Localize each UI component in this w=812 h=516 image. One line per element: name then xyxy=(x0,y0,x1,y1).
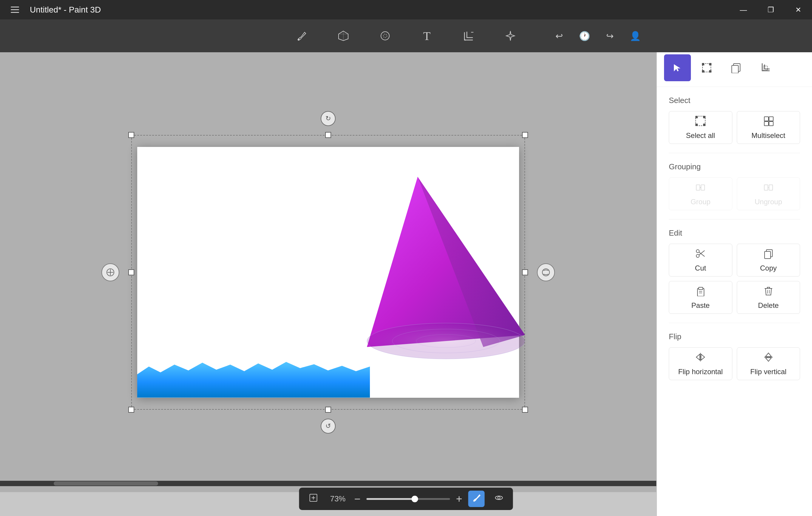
group-icon xyxy=(695,182,706,195)
paint-mode-button[interactable] xyxy=(468,491,485,507)
svg-rect-21 xyxy=(695,116,698,118)
svg-rect-28 xyxy=(769,121,773,126)
panel-tool-selection-box[interactable] xyxy=(693,54,720,81)
svg-rect-30 xyxy=(701,185,705,190)
rotate-handle-top[interactable]: ↻ xyxy=(321,111,336,126)
svg-point-33 xyxy=(696,254,699,257)
horizontal-scrollbar[interactable] xyxy=(0,481,656,486)
text-icon: T xyxy=(423,29,431,43)
flip-section-title: Flip xyxy=(669,332,800,341)
grouping-section: Grouping Group xyxy=(657,153,812,219)
panel-tool-copy-item[interactable] xyxy=(723,54,749,81)
delete-button[interactable]: Delete xyxy=(737,281,800,314)
redo-button[interactable]: ↪ xyxy=(600,26,619,46)
svg-rect-13 xyxy=(702,63,704,65)
move-handle[interactable] xyxy=(102,263,119,281)
handle-bottom-center[interactable] xyxy=(325,407,331,413)
right-panel: 3D objects xyxy=(657,20,812,516)
panel-tool-crop-selection[interactable] xyxy=(752,54,779,81)
handle-bottom-left[interactable] xyxy=(128,407,134,413)
cut-button[interactable]: Cut xyxy=(669,244,732,276)
flip-horizontal-button[interactable]: Flip horizontal xyxy=(669,347,732,380)
svg-rect-14 xyxy=(709,63,712,65)
handle-mid-left[interactable] xyxy=(128,269,134,275)
tool-brushes[interactable] xyxy=(290,24,314,48)
flip-horizontal-label: Flip horizontal xyxy=(678,368,723,376)
svg-point-11 xyxy=(498,496,500,499)
grouping-buttons: Group Ungroup xyxy=(669,178,800,210)
tool-text[interactable]: T xyxy=(415,24,439,48)
group-label: Group xyxy=(691,198,710,206)
svg-point-7 xyxy=(107,269,114,276)
copy-label: Copy xyxy=(760,264,777,272)
group-button: Group xyxy=(669,178,732,210)
close-button[interactable]: ✕ xyxy=(785,0,812,20)
svg-point-2 xyxy=(383,34,387,37)
hamburger-btn[interactable] xyxy=(6,1,24,19)
zoom-slider-track[interactable] xyxy=(367,498,450,500)
select-section: Select Select all xyxy=(657,87,812,153)
undo-button[interactable]: ↩ xyxy=(550,26,569,46)
edit-section-title: Edit xyxy=(669,228,800,238)
handle-top-left[interactable] xyxy=(128,132,134,138)
flip-section: Flip Flip horizontal xyxy=(657,323,812,389)
copy-button[interactable]: Copy xyxy=(737,244,800,276)
cut-label: Cut xyxy=(695,264,706,272)
rotate3d-handle[interactable] xyxy=(537,263,555,281)
cone-3d-object xyxy=(358,162,537,371)
handle-bottom-right[interactable] xyxy=(522,407,528,413)
svg-rect-23 xyxy=(695,124,698,126)
tool-2d-shapes[interactable] xyxy=(373,24,397,48)
handle-top-center[interactable] xyxy=(325,132,331,138)
panel-tool-select[interactable] xyxy=(664,54,691,81)
titlebar: Untitled* - Paint 3D — ❐ ✕ xyxy=(0,0,812,20)
svg-rect-19 xyxy=(763,66,767,70)
edit-section: Edit Cut Copy xyxy=(657,219,812,323)
paste-button[interactable]: Paste xyxy=(669,281,732,314)
zoom-in-button[interactable]: + xyxy=(456,494,462,504)
tool-crop[interactable] xyxy=(457,24,481,48)
svg-rect-29 xyxy=(696,185,700,190)
view-mode-button[interactable] xyxy=(491,491,507,507)
tool-effects[interactable] xyxy=(498,24,522,48)
svg-rect-25 xyxy=(764,117,768,121)
rotate-handle-bottom[interactable]: ↺ xyxy=(321,419,336,434)
svg-point-3 xyxy=(367,323,525,359)
multiselect-icon xyxy=(763,115,774,129)
svg-rect-38 xyxy=(699,287,703,290)
flip-buttons: Flip horizontal Flip vertical xyxy=(669,347,800,380)
svg-rect-18 xyxy=(732,65,738,73)
zoom-bar: 73% − + xyxy=(299,488,513,510)
scrollbar-thumb[interactable] xyxy=(54,481,158,486)
ungroup-button: Ungroup xyxy=(737,178,800,210)
fit-to-window-button[interactable] xyxy=(305,491,321,507)
paste-label: Paste xyxy=(692,301,710,310)
blue-waves-decoration xyxy=(137,359,370,398)
handle-top-right[interactable] xyxy=(522,132,528,138)
multiselect-label: Multiselect xyxy=(751,131,785,140)
select-all-button[interactable]: Select all xyxy=(669,111,732,144)
profile-button[interactable]: 👤 xyxy=(626,26,645,46)
zoom-slider-thumb[interactable] xyxy=(412,496,418,502)
main-toolbar: T ↩ 🕐 ↪ 👤 xyxy=(0,20,812,52)
svg-rect-15 xyxy=(702,70,704,73)
history-button[interactable]: 🕐 xyxy=(575,26,594,46)
flip-vertical-icon xyxy=(763,352,774,365)
multiselect-button[interactable]: Multiselect xyxy=(737,111,800,144)
svg-rect-24 xyxy=(703,124,705,126)
flip-vertical-button[interactable]: Flip vertical xyxy=(737,347,800,380)
svg-rect-16 xyxy=(709,70,712,73)
svg-point-8 xyxy=(542,269,550,276)
zoom-slider-fill xyxy=(367,498,415,500)
select-buttons: Select all Multiselect xyxy=(669,111,800,144)
maximize-button[interactable]: ❐ xyxy=(757,0,785,20)
zoom-out-button[interactable]: − xyxy=(354,494,360,504)
paste-icon xyxy=(695,286,706,299)
delete-label: Delete xyxy=(758,301,779,310)
window-controls: — ❐ ✕ xyxy=(730,0,812,20)
ungroup-label: Ungroup xyxy=(755,198,782,206)
flip-horizontal-icon xyxy=(695,352,706,365)
select-all-label: Select all xyxy=(686,131,715,140)
minimize-button[interactable]: — xyxy=(730,0,757,20)
tool-3d-shapes[interactable] xyxy=(331,24,355,48)
